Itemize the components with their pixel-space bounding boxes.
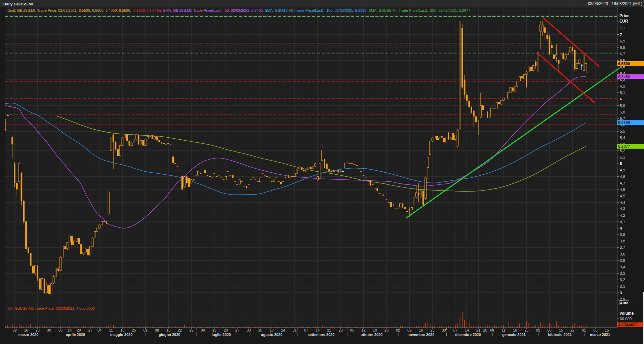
svg-text:6,7: 6,7 bbox=[620, 52, 625, 56]
svg-text:03/03/2020 - 19/03/2021 (MIL): 03/03/2020 - 19/03/2021 (MIL) bbox=[588, 1, 642, 6]
svg-text:4,3: 4,3 bbox=[620, 207, 625, 211]
svg-text:luglio 2020: luglio 2020 bbox=[212, 333, 231, 337]
svg-text:5,5: 5,5 bbox=[620, 129, 625, 133]
svg-text:4,8: 4,8 bbox=[620, 175, 625, 179]
svg-text:5,1: 5,1 bbox=[620, 155, 625, 159]
svg-text:4,4: 4,4 bbox=[620, 200, 626, 204]
svg-text:febbraio 2021: febbraio 2021 bbox=[548, 333, 572, 337]
svg-text:5: 5 bbox=[620, 162, 622, 166]
svg-text:ottobre 2020: ottobre 2020 bbox=[361, 333, 383, 337]
svg-text:30.000: 30.000 bbox=[620, 317, 632, 321]
svg-text:gennaio 2021: gennaio 2021 bbox=[502, 333, 526, 337]
svg-text:5,9: 5,9 bbox=[620, 104, 625, 108]
svg-text:agosto 2020: agosto 2020 bbox=[261, 333, 283, 337]
svg-text:EUR: EUR bbox=[619, 19, 628, 24]
svg-text:5,2: 5,2 bbox=[620, 149, 625, 153]
svg-text:4: 4 bbox=[620, 226, 622, 230]
svg-text:3,3: 3,3 bbox=[620, 271, 625, 275]
svg-text:4,5: 4,5 bbox=[620, 194, 625, 198]
svg-text:3,8: 3,8 bbox=[620, 239, 625, 243]
svg-text:Price: Price bbox=[619, 13, 630, 18]
svg-text:Vol; GBUSS.MI; Trade Price; 02: Vol; GBUSS.MI; Trade Price; 02/03/2021; … bbox=[7, 306, 95, 310]
svg-text:3,1: 3,1 bbox=[620, 284, 625, 288]
svg-text:maggio 2020: maggio 2020 bbox=[110, 333, 133, 337]
svg-text:Daily GBUSS.MI: Daily GBUSS.MI bbox=[3, 2, 33, 6]
svg-text:4.000,0000: 4.000,0000 bbox=[618, 323, 638, 327]
svg-text:3,7: 3,7 bbox=[620, 245, 625, 249]
svg-text:6,9: 6,9 bbox=[620, 39, 625, 43]
svg-text:5,6358: 5,6358 bbox=[618, 121, 630, 125]
svg-text:marzo 2020: marzo 2020 bbox=[18, 333, 38, 337]
svg-text:3,4: 3,4 bbox=[620, 265, 626, 269]
svg-text:6,2: 6,2 bbox=[620, 84, 625, 88]
svg-text:7,1: 7,1 bbox=[620, 26, 625, 30]
svg-text:3,6: 3,6 bbox=[620, 252, 625, 256]
svg-text:3,5: 3,5 bbox=[620, 259, 625, 263]
svg-text:6,5500: 6,5500 bbox=[618, 62, 630, 66]
svg-text:3,2: 3,2 bbox=[620, 278, 625, 282]
svg-text:4,1: 4,1 bbox=[620, 220, 625, 224]
svg-text:marzo 2021: marzo 2021 bbox=[590, 333, 610, 337]
svg-text:6: 6 bbox=[620, 97, 622, 101]
svg-text:4,2: 4,2 bbox=[620, 213, 625, 217]
svg-text:5,7: 5,7 bbox=[620, 116, 625, 121]
svg-text:5,2677: 5,2677 bbox=[618, 144, 630, 148]
svg-text:6,8: 6,8 bbox=[620, 45, 625, 49]
svg-text:5,8: 5,8 bbox=[620, 110, 625, 114]
svg-text:4,7: 4,7 bbox=[620, 181, 625, 185]
svg-text:novembre 2020: novembre 2020 bbox=[407, 333, 434, 337]
svg-text:Volume: Volume bbox=[619, 311, 634, 316]
svg-text:Auto: Auto bbox=[620, 301, 628, 305]
svg-text:6,3480: 6,3480 bbox=[618, 75, 630, 79]
svg-text:settembre 2020: settembre 2020 bbox=[308, 333, 334, 337]
svg-text:dicembre 2020: dicembre 2020 bbox=[455, 333, 481, 337]
svg-text:6,1: 6,1 bbox=[620, 91, 625, 95]
svg-text:3: 3 bbox=[620, 291, 622, 295]
svg-text:3,9: 3,9 bbox=[620, 233, 625, 237]
svg-text:7: 7 bbox=[620, 33, 622, 37]
svg-text:5,4: 5,4 bbox=[620, 136, 626, 140]
svg-text:giugno 2020: giugno 2020 bbox=[159, 333, 180, 337]
svg-text:Cndl; GBUSS.MI; Trade Price; 0: Cndl; GBUSS.MI; Trade Price; 02/03/2021;… bbox=[7, 8, 470, 12]
svg-text:4,6: 4,6 bbox=[620, 187, 625, 192]
svg-text:aprile 2020: aprile 2020 bbox=[66, 333, 85, 337]
svg-text:4,9: 4,9 bbox=[620, 168, 625, 172]
